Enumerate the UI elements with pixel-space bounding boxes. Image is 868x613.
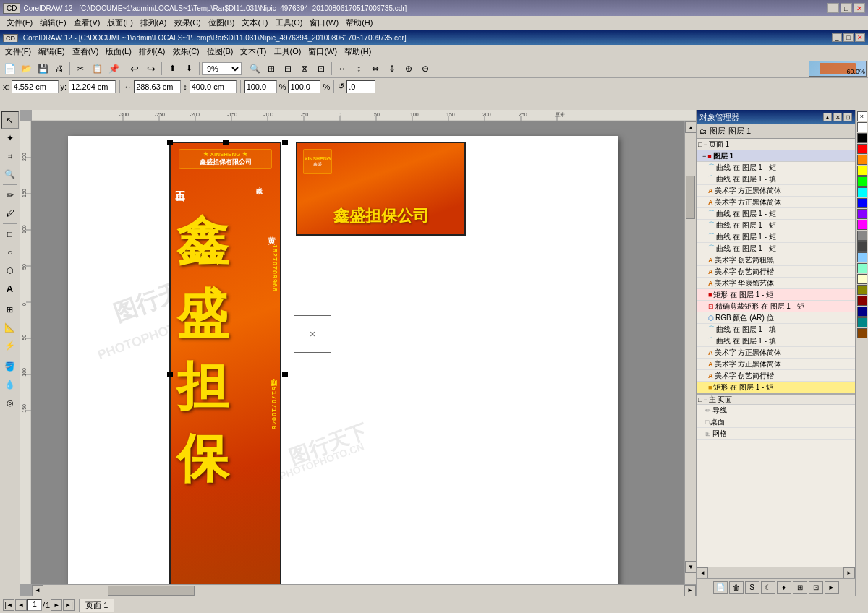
cs-lightblue[interactable]: [857, 252, 867, 262]
cs-maroon[interactable]: [857, 296, 867, 306]
crop-tool[interactable]: ⌗: [1, 147, 19, 165]
poly-tool[interactable]: ⬡: [1, 262, 19, 279]
tree-item-9[interactable]: ⌒ 曲线 在 图层 1 - 矩: [697, 243, 855, 254]
tree-item-2[interactable]: ⌒ 曲线 在 图层 1 - 矩: [697, 162, 855, 173]
tree-item-20[interactable]: A 美术字 创艺简行楷: [697, 370, 855, 382]
scroll-thumb-h[interactable]: [108, 586, 195, 596]
inner-menu-bitmap[interactable]: 位图(B): [203, 45, 237, 59]
tree-item-5[interactable]: A 美术字 方正黑体简体: [697, 197, 855, 208]
tree-item-19[interactable]: A 美术字 方正黑体简体: [697, 359, 855, 370]
panel-hscrollbar[interactable]: ◄ ►: [697, 567, 855, 578]
cs-brown[interactable]: [857, 328, 867, 338]
tb-tool6[interactable]: ↔: [334, 61, 350, 77]
cs-blue[interactable]: [857, 198, 867, 208]
panel-btn4[interactable]: ☾: [761, 581, 775, 594]
freehand-tool[interactable]: ✏: [1, 187, 19, 204]
tb-tool11[interactable]: ⊖: [417, 61, 433, 77]
panel-close-btn[interactable]: ✕: [833, 113, 842, 121]
panel-btn2[interactable]: 🗑: [729, 581, 744, 594]
paste-btn[interactable]: 📌: [106, 61, 122, 77]
scroll-thumb-v[interactable]: [686, 176, 695, 219]
cs-black[interactable]: [857, 133, 867, 143]
inner-menu-text[interactable]: 文本(T): [237, 45, 270, 59]
tree-item-7[interactable]: ⌒ 曲线 在 图层 1 - 矩: [697, 220, 855, 231]
tree-item-10[interactable]: A 美术字 创艺简粗黑: [697, 254, 855, 266]
connector-tool[interactable]: ⚡: [1, 337, 19, 354]
cs-gray[interactable]: [857, 231, 867, 241]
nav-prev[interactable]: ◄: [15, 599, 27, 611]
tb-tool9[interactable]: ⇕: [384, 61, 400, 77]
inner-minimize-button[interactable]: _: [832, 33, 842, 42]
rect-tool[interactable]: □: [1, 226, 19, 243]
scale-y-input[interactable]: [288, 80, 320, 93]
cs-teal[interactable]: [857, 317, 867, 327]
shape-tool[interactable]: ✦: [1, 129, 19, 147]
nav-first[interactable]: |◄: [3, 599, 14, 611]
nav-next[interactable]: ►: [51, 599, 62, 611]
tree-item-4[interactable]: A 美术字 方正黑体简体: [697, 185, 855, 197]
cs-green[interactable]: [857, 176, 867, 187]
menu-layout[interactable]: 版面(L): [103, 16, 136, 30]
inner-win-buttons[interactable]: _ □ ✕: [832, 33, 865, 42]
cs-orange[interactable]: [857, 155, 867, 165]
tb-tool5[interactable]: ⊡: [313, 61, 329, 77]
minimize-button[interactable]: _: [827, 3, 839, 13]
cs-darkgray[interactable]: [857, 241, 867, 252]
w-input[interactable]: [134, 80, 181, 93]
scroll-down-btn[interactable]: ▼: [685, 561, 696, 573]
ellipse-tool[interactable]: ○: [1, 244, 19, 261]
cs-white[interactable]: [857, 122, 867, 132]
panel-btn3[interactable]: S: [745, 581, 760, 594]
smart-fill-tool[interactable]: 🖊: [1, 205, 19, 222]
new-btn[interactable]: 📄: [1, 61, 17, 77]
tree-item-12[interactable]: A 美术字 华康饰艺体: [697, 278, 855, 289]
cs-cyan[interactable]: [857, 187, 867, 197]
page-input[interactable]: [27, 599, 42, 611]
h-input[interactable]: [190, 80, 237, 93]
menu-tools[interactable]: 工具(O): [272, 16, 307, 30]
tree-item-16[interactable]: ⌒ 曲线 在 图层 1 - 填: [697, 324, 855, 335]
tb-tool10[interactable]: ⊕: [401, 61, 417, 77]
menu-text[interactable]: 文本(T): [238, 16, 271, 30]
panel-btn6[interactable]: ⊞: [793, 581, 807, 594]
inner-menu-window[interactable]: 窗口(W): [305, 45, 341, 59]
tree-item-11[interactable]: A 美术字 创艺简行楷: [697, 266, 855, 278]
cs-lightyellow[interactable]: [857, 274, 867, 284]
close-button[interactable]: ✕: [854, 3, 865, 13]
tree-main-page[interactable]: □ − 主 页面: [697, 393, 855, 405]
menu-view[interactable]: 查看(V): [70, 16, 104, 30]
panel-collapse-btn[interactable]: ▲: [823, 113, 832, 121]
panel-btn5[interactable]: ♦: [777, 581, 791, 594]
interactive-tool[interactable]: ◎: [1, 394, 19, 411]
cs-red[interactable]: [857, 144, 867, 154]
panel-scroll-right[interactable]: ►: [843, 567, 855, 579]
tree-item-18[interactable]: A 美术字 方正黑体简体: [697, 347, 855, 359]
select-tool[interactable]: ↖: [1, 111, 19, 129]
inner-maximize-button[interactable]: □: [843, 33, 854, 42]
tree-item-8[interactable]: ⌒ 曲线 在 图层 1 - 矩: [697, 231, 855, 243]
tree-item-3[interactable]: ⌒ 曲线 在 图层 1 - 填: [697, 173, 855, 185]
menu-effects[interactable]: 效果(C): [171, 16, 205, 30]
inner-menu-layout[interactable]: 版面(L): [102, 45, 135, 59]
rotation-input[interactable]: [346, 80, 375, 93]
cs-yellow[interactable]: [857, 166, 867, 176]
x-input[interactable]: [12, 80, 59, 93]
dimension-tool[interactable]: 📐: [1, 319, 19, 336]
table-tool[interactable]: ⊞: [1, 301, 19, 318]
eyedropper-tool[interactable]: 💧: [1, 376, 19, 393]
undo-btn[interactable]: ↩: [127, 61, 142, 77]
tree-grid[interactable]: ⊞ 网格: [697, 428, 855, 440]
outer-win-buttons[interactable]: _ □ ✕: [827, 3, 865, 13]
inner-menu-tools[interactable]: 工具(O): [271, 45, 305, 59]
fill-tool[interactable]: 🪣: [1, 358, 19, 375]
tb-tool3[interactable]: ⊟: [280, 61, 296, 77]
cs-purple[interactable]: [857, 209, 867, 219]
scroll-right-btn[interactable]: ►: [684, 585, 696, 596]
tb-tool1[interactable]: 🔍: [247, 61, 263, 77]
tb-tool8[interactable]: ⇔: [367, 61, 383, 77]
inner-close-button[interactable]: ✕: [855, 33, 865, 42]
y-input[interactable]: [69, 80, 116, 93]
tree-desktop[interactable]: □ 桌面: [697, 416, 855, 428]
menu-edit[interactable]: 编辑(E): [36, 16, 70, 30]
cs-navy[interactable]: [857, 306, 867, 317]
